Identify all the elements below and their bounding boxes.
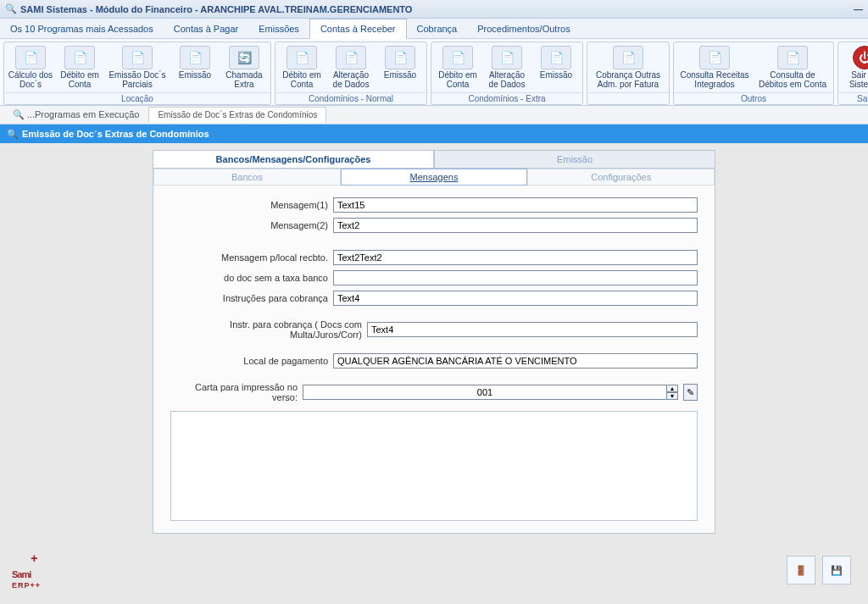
- brand-logo: Sami+ ERP++: [12, 546, 41, 590]
- refresh-icon: 🔄: [229, 46, 259, 69]
- rb-calculo-docs[interactable]: 📄Cálculo dos Doc´s: [6, 44, 55, 91]
- doc-icon: 📄: [180, 46, 210, 69]
- input-carta[interactable]: [303, 385, 667, 400]
- rb-consulta-receitas[interactable]: 📄Consulta Receitas Integrados: [676, 44, 754, 91]
- floppy-icon: 💾: [831, 565, 843, 576]
- doc-icon: 📄: [385, 46, 415, 69]
- section-title: Emissão de Doc´s Extras de Condomínios: [22, 129, 209, 139]
- doc-icon: 📄: [64, 46, 95, 69]
- corner-buttons: 🚪 💾: [787, 556, 851, 585]
- input-local-pag[interactable]: [333, 353, 698, 368]
- spinner-carta: ▲ ▼: [303, 385, 678, 400]
- rb-emissao-loc[interactable]: 📄Emissão: [170, 44, 220, 91]
- ribbon-group-cond-normal: 📄Débito em Conta 📄Alteração de Dados 📄Em…: [275, 42, 427, 105]
- rb-alt-dados-ce[interactable]: 📄Alteração de Dados: [482, 44, 531, 91]
- doc-icon: 📄: [613, 46, 643, 69]
- label-sem-taxa: do doc sem a taxa banco: [170, 273, 328, 283]
- ribbon-group-outros: 📄Consulta Receitas Integrados 📄Consulta …: [673, 42, 834, 105]
- form-pane: Mensagem(1) Mensagem(2) Mensagem p/local…: [153, 186, 715, 534]
- magnify-icon: 🔍: [7, 129, 19, 140]
- rb-sair[interactable]: ⏻Sair do Sistema: [840, 44, 868, 91]
- doc-icon: 📄: [336, 46, 366, 69]
- edit-carta-button[interactable]: ✎: [683, 384, 698, 401]
- ribbon-group-cond-extra: 📄Débito em Conta 📄Alteração de Dados 📄Em…: [431, 42, 583, 105]
- menu-cobranca[interactable]: Cobrança: [407, 19, 468, 38]
- work-area: Bancos/Mensagens/Configurações Emissão B…: [0, 143, 868, 596]
- ribbon-group-cobranca-outras: 📄Cobrança Outras Adm. por Fatura: [587, 42, 670, 105]
- doc-icon: 📄: [492, 46, 522, 69]
- input-instr-multa[interactable]: [367, 322, 698, 337]
- rb-cobranca-outras[interactable]: 📄Cobrança Outras Adm. por Fatura: [589, 44, 667, 91]
- carta-up-button[interactable]: ▲: [666, 385, 678, 392]
- doctab-programas-execucao[interactable]: 🔍 ...Programas em Execução: [3, 106, 148, 124]
- subtab-mensagens[interactable]: Mensagens: [341, 169, 528, 186]
- menu-emissoes[interactable]: Emissões: [248, 19, 309, 38]
- input-msg-local[interactable]: [333, 250, 698, 265]
- rb-debito-conta-cn[interactable]: 📄Débito em Conta: [277, 44, 326, 91]
- ribbon-caption-cond-normal: Condomínios - Normal: [275, 92, 426, 104]
- rb-alt-dados-cn[interactable]: 📄Alteração de Dados: [326, 44, 376, 91]
- maintab-emissao[interactable]: Emissão: [434, 150, 715, 169]
- preview-area: [170, 411, 698, 521]
- label-msg-local: Mensagem p/local recbto.: [170, 252, 328, 263]
- door-icon: 🚪: [795, 565, 807, 576]
- subtab-config[interactable]: Configurações: [527, 169, 715, 186]
- ribbon-caption-outros: Outros: [674, 92, 833, 104]
- carta-down-button[interactable]: ▼: [666, 392, 678, 400]
- menu-os10[interactable]: Os 10 Programas mais Acessados: [0, 19, 164, 38]
- doc-icon: 📄: [699, 46, 730, 69]
- doc-icon: 📄: [287, 46, 317, 69]
- rb-emissao-cn[interactable]: 📄Emissão: [376, 44, 425, 91]
- menu-procedimentos[interactable]: Procedimentos/Outros: [467, 19, 580, 38]
- input-sem-taxa[interactable]: [333, 270, 698, 285]
- window-titlebar: 🔍 SAMI Sistemas - Módulo do Financeiro -…: [0, 0, 868, 19]
- input-mensagem1[interactable]: [333, 197, 698, 213]
- label-mensagem1: Mensagem(1): [170, 200, 328, 210]
- main-tabs: Bancos/Mensagens/Configurações Emissão: [153, 150, 715, 169]
- rb-consulta-debitos[interactable]: 📄Consulta de Débitos em Conta: [754, 44, 832, 91]
- ribbon-caption-sair: Sair: [838, 92, 868, 104]
- ribbon-group-sair: ⏻Sair do Sistema Sair: [837, 42, 868, 105]
- label-carta: Carta para impressão no verso:: [170, 382, 298, 402]
- doc-icon: 📄: [777, 46, 808, 69]
- rb-debito-conta-loc[interactable]: 📄Débito em Conta: [55, 44, 104, 91]
- document-tabs: 🔍 ...Programas em Execução Emissão de Do…: [0, 106, 868, 125]
- label-instr-cobranca: Instruções para cobrança: [170, 293, 328, 303]
- ribbon: 📄Cálculo dos Doc´s 📄Débito em Conta 📄Emi…: [0, 39, 868, 106]
- doctab-emissao-extras[interactable]: Emissão de Doc´s Extras de Condomínios: [148, 107, 326, 123]
- label-local-pag: Local de pagamento: [170, 356, 328, 366]
- section-header: 🔍 Emissão de Doc´s Extras de Condomínios: [0, 125, 868, 143]
- label-instr-multa: Instr. para cobrança ( Docs com Multa/Ju…: [170, 319, 362, 340]
- maintab-bancos-msg-config[interactable]: Bancos/Mensagens/Configurações: [153, 150, 434, 169]
- sub-tabs: Bancos Mensagens Configurações: [153, 169, 715, 186]
- rb-debito-conta-ce[interactable]: 📄Débito em Conta: [433, 44, 482, 91]
- menu-contas-pagar[interactable]: Contas à Pagar: [164, 19, 248, 38]
- menu-contas-receber[interactable]: Contas à Receber: [309, 19, 407, 39]
- menubar: Os 10 Programas mais Acessados Contas à …: [0, 19, 868, 39]
- power-icon: ⏻: [853, 46, 868, 69]
- doc-icon: 📄: [442, 46, 473, 69]
- exit-button[interactable]: 🚪: [787, 556, 815, 585]
- doc-icon: 📄: [122, 46, 153, 69]
- window-title: SAMI Sistemas - Módulo do Financeiro - A…: [20, 4, 412, 14]
- rb-chamada-extra[interactable]: 🔄Chamada Extra: [220, 44, 269, 91]
- app-icon: 🔍: [5, 3, 17, 14]
- label-mensagem2: Mensagem(2): [170, 220, 328, 230]
- pencil-icon: ✎: [687, 387, 694, 398]
- subtab-bancos[interactable]: Bancos: [153, 169, 341, 186]
- doc-icon: 📄: [15, 46, 46, 69]
- input-instr-cobranca[interactable]: [333, 291, 698, 306]
- ribbon-caption-locacao: Locação: [4, 92, 270, 104]
- ribbon-group-locacao: 📄Cálculo dos Doc´s 📄Débito em Conta 📄Emi…: [3, 42, 271, 105]
- ribbon-caption-cond-extra: Condomínios - Extra: [431, 92, 582, 104]
- doc-icon: 📄: [541, 46, 571, 69]
- input-mensagem2[interactable]: [333, 218, 698, 233]
- rb-emissao-parciais[interactable]: 📄Emissão Doc´s Parciais: [104, 44, 170, 91]
- rb-emissao-ce[interactable]: 📄Emissão: [531, 44, 581, 91]
- save-button[interactable]: 💾: [822, 556, 851, 585]
- minimize-button[interactable]: —: [854, 4, 863, 14]
